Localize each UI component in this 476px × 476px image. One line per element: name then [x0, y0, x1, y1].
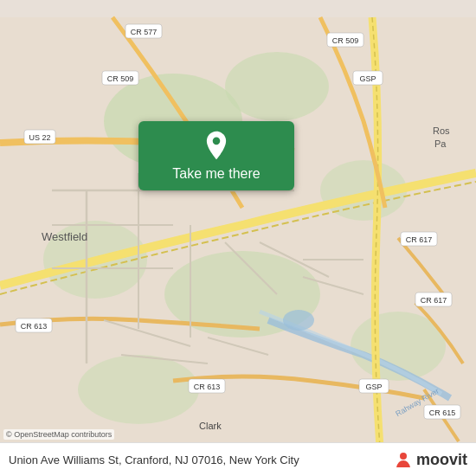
address-text: Union Ave Williams St, Cranford, NJ 0701…	[9, 453, 387, 466]
svg-text:CR 509: CR 509	[107, 74, 134, 83]
moovit-text: moovit	[416, 451, 467, 469]
location-pin-icon	[201, 130, 232, 161]
bottom-bar: Union Ave Williams St, Cranford, NJ 0701…	[0, 442, 476, 476]
button-overlay: Take me there	[121, 121, 312, 190]
osm-attribution-text: © OpenStreetMap contributors	[6, 430, 112, 439]
svg-text:Ros: Ros	[433, 125, 450, 136]
svg-text:GSP: GSP	[359, 74, 376, 83]
map-container: CR 577 US 22 CR 509 CR 509 GSP CR 617 CR…	[0, 0, 476, 476]
svg-text:CR 617: CR 617	[421, 296, 447, 305]
svg-text:Westfield: Westfield	[42, 230, 87, 243]
svg-point-2	[225, 52, 329, 121]
svg-point-48	[400, 453, 407, 460]
svg-text:GSP: GSP	[365, 383, 382, 391]
svg-text:CR 509: CR 509	[332, 36, 359, 45]
svg-text:CR 613: CR 613	[21, 322, 48, 331]
clark-map-label: Clark	[199, 421, 222, 431]
svg-point-47	[213, 138, 221, 145]
svg-text:CR 615: CR 615	[429, 408, 456, 417]
svg-text:US 22: US 22	[29, 133, 50, 142]
svg-text:CR 613: CR 613	[194, 383, 221, 391]
svg-point-8	[283, 310, 314, 331]
take-me-there-label: Take me there	[172, 166, 260, 182]
osm-attribution: © OpenStreetMap contributors	[3, 429, 114, 440]
svg-text:Pa: Pa	[434, 138, 447, 149]
moovit-logo: moovit	[394, 450, 467, 469]
take-me-there-button[interactable]: Take me there	[138, 121, 294, 190]
svg-text:CR 577: CR 577	[131, 28, 158, 36]
moovit-person-icon	[394, 450, 413, 469]
svg-text:CR 617: CR 617	[406, 235, 433, 244]
svg-point-7	[78, 355, 199, 424]
